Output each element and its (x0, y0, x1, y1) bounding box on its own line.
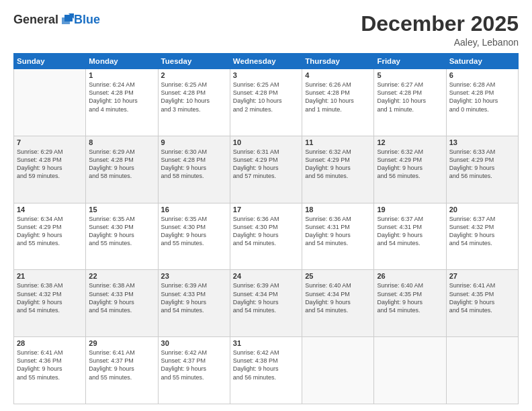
day-info: Sunrise: 6:37 AMSunset: 4:32 PMDaylight:… (449, 215, 515, 248)
calendar-cell: 30Sunrise: 6:42 AMSunset: 4:37 PMDayligh… (158, 337, 230, 404)
day-info: Sunrise: 6:31 AMSunset: 4:29 PMDaylight:… (233, 148, 299, 181)
day-number: 18 (305, 205, 371, 214)
calendar-cell: 21Sunrise: 6:38 AMSunset: 4:32 PMDayligh… (14, 270, 86, 337)
day-info: Sunrise: 6:25 AMSunset: 4:28 PMDaylight:… (233, 81, 299, 113)
day-number: 28 (17, 339, 83, 347)
day-info: Sunrise: 6:39 AMSunset: 4:33 PMDaylight:… (161, 281, 227, 314)
calendar-cell: 17Sunrise: 6:36 AMSunset: 4:30 PMDayligh… (230, 203, 302, 270)
logo-text: General Blue (13, 12, 100, 27)
calendar-cell: 7Sunrise: 6:29 AMSunset: 4:28 PMDaylight… (14, 136, 86, 203)
day-number: 31 (233, 339, 299, 347)
day-number: 10 (233, 138, 299, 146)
calendar-cell: 13Sunrise: 6:33 AMSunset: 4:29 PMDayligh… (446, 136, 518, 203)
day-info: Sunrise: 6:41 AMSunset: 4:37 PMDaylight:… (89, 349, 154, 381)
calendar-cell: 28Sunrise: 6:41 AMSunset: 4:36 PMDayligh… (14, 337, 86, 404)
day-number: 26 (377, 272, 443, 280)
day-number: 1 (89, 71, 154, 79)
day-info: Sunrise: 6:26 AMSunset: 4:28 PMDaylight:… (305, 81, 371, 113)
day-info: Sunrise: 6:40 AMSunset: 4:35 PMDaylight:… (377, 281, 443, 314)
day-info: Sunrise: 6:28 AMSunset: 4:28 PMDaylight:… (449, 81, 515, 113)
day-number: 11 (305, 138, 371, 146)
calendar-week-row: 21Sunrise: 6:38 AMSunset: 4:32 PMDayligh… (14, 270, 519, 337)
calendar-cell: 5Sunrise: 6:27 AMSunset: 4:28 PMDaylight… (374, 69, 446, 136)
header: General Blue December 2025 Aaley, Lebano… (13, 12, 519, 48)
col-header-friday: Friday (374, 54, 446, 69)
day-number: 17 (233, 205, 299, 214)
col-header-tuesday: Tuesday (158, 54, 230, 69)
col-header-thursday: Thursday (302, 54, 374, 69)
day-info: Sunrise: 6:34 AMSunset: 4:29 PMDaylight:… (17, 215, 83, 248)
col-header-saturday: Saturday (446, 54, 518, 69)
calendar-cell (374, 337, 446, 404)
calendar-cell: 6Sunrise: 6:28 AMSunset: 4:28 PMDaylight… (446, 69, 518, 136)
day-number: 9 (161, 138, 227, 146)
calendar-cell: 14Sunrise: 6:34 AMSunset: 4:29 PMDayligh… (14, 203, 86, 270)
calendar-cell: 27Sunrise: 6:41 AMSunset: 4:35 PMDayligh… (446, 270, 518, 337)
calendar-cell: 22Sunrise: 6:38 AMSunset: 4:33 PMDayligh… (86, 270, 158, 337)
day-info: Sunrise: 6:39 AMSunset: 4:34 PMDaylight:… (233, 281, 299, 314)
svg-marker-1 (62, 17, 70, 24)
day-number: 30 (161, 339, 227, 347)
calendar-cell: 15Sunrise: 6:35 AMSunset: 4:30 PMDayligh… (86, 203, 158, 270)
calendar-cell (302, 337, 374, 404)
day-number: 2 (161, 71, 227, 79)
calendar-header-row: SundayMondayTuesdayWednesdayThursdayFrid… (14, 54, 519, 69)
day-number: 22 (89, 272, 154, 280)
day-number: 29 (89, 339, 154, 347)
calendar-cell: 3Sunrise: 6:25 AMSunset: 4:28 PMDaylight… (230, 69, 302, 136)
location: Aaley, Lebanon (361, 37, 519, 48)
day-info: Sunrise: 6:24 AMSunset: 4:28 PMDaylight:… (89, 81, 154, 113)
day-number: 7 (17, 138, 83, 146)
calendar-cell: 8Sunrise: 6:29 AMSunset: 4:28 PMDaylight… (86, 136, 158, 203)
day-info: Sunrise: 6:27 AMSunset: 4:28 PMDaylight:… (377, 81, 443, 113)
logo-blue-text: Blue (74, 13, 100, 26)
calendar-cell: 20Sunrise: 6:37 AMSunset: 4:32 PMDayligh… (446, 203, 518, 270)
day-number: 5 (377, 71, 443, 79)
day-number: 6 (449, 71, 515, 79)
calendar-week-row: 7Sunrise: 6:29 AMSunset: 4:28 PMDaylight… (14, 136, 519, 203)
day-info: Sunrise: 6:33 AMSunset: 4:29 PMDaylight:… (449, 148, 515, 181)
calendar-cell: 19Sunrise: 6:37 AMSunset: 4:31 PMDayligh… (374, 203, 446, 270)
calendar-cell: 10Sunrise: 6:31 AMSunset: 4:29 PMDayligh… (230, 136, 302, 203)
calendar-cell: 11Sunrise: 6:32 AMSunset: 4:29 PMDayligh… (302, 136, 374, 203)
day-number: 19 (377, 205, 443, 214)
day-number: 16 (161, 205, 227, 214)
day-info: Sunrise: 6:41 AMSunset: 4:36 PMDaylight:… (17, 349, 83, 381)
calendar-cell: 9Sunrise: 6:30 AMSunset: 4:28 PMDaylight… (158, 136, 230, 203)
title-block: December 2025 Aaley, Lebanon (361, 12, 519, 48)
day-number: 27 (449, 272, 515, 280)
calendar-cell: 25Sunrise: 6:40 AMSunset: 4:34 PMDayligh… (302, 270, 374, 337)
day-info: Sunrise: 6:25 AMSunset: 4:28 PMDaylight:… (161, 81, 227, 113)
day-info: Sunrise: 6:42 AMSunset: 4:38 PMDaylight:… (233, 349, 299, 381)
day-info: Sunrise: 6:35 AMSunset: 4:30 PMDaylight:… (89, 215, 154, 248)
logo-icon (59, 12, 74, 27)
day-info: Sunrise: 6:32 AMSunset: 4:29 PMDaylight:… (305, 148, 371, 181)
calendar-cell: 23Sunrise: 6:39 AMSunset: 4:33 PMDayligh… (158, 270, 230, 337)
calendar-table: SundayMondayTuesdayWednesdayThursdayFrid… (13, 53, 519, 404)
day-info: Sunrise: 6:29 AMSunset: 4:28 PMDaylight:… (17, 148, 83, 181)
calendar-cell: 24Sunrise: 6:39 AMSunset: 4:34 PMDayligh… (230, 270, 302, 337)
calendar-week-row: 28Sunrise: 6:41 AMSunset: 4:36 PMDayligh… (14, 337, 519, 404)
day-info: Sunrise: 6:38 AMSunset: 4:33 PMDaylight:… (89, 281, 154, 314)
calendar-cell (14, 69, 86, 136)
calendar-cell: 16Sunrise: 6:35 AMSunset: 4:30 PMDayligh… (158, 203, 230, 270)
calendar-cell (446, 337, 518, 404)
calendar-cell: 26Sunrise: 6:40 AMSunset: 4:35 PMDayligh… (374, 270, 446, 337)
day-number: 24 (233, 272, 299, 280)
day-info: Sunrise: 6:29 AMSunset: 4:28 PMDaylight:… (89, 148, 154, 181)
day-info: Sunrise: 6:40 AMSunset: 4:34 PMDaylight:… (305, 281, 371, 314)
page: General Blue December 2025 Aaley, Lebano… (0, 0, 532, 411)
calendar-week-row: 14Sunrise: 6:34 AMSunset: 4:29 PMDayligh… (14, 203, 519, 270)
day-info: Sunrise: 6:37 AMSunset: 4:31 PMDaylight:… (377, 215, 443, 248)
day-info: Sunrise: 6:32 AMSunset: 4:29 PMDaylight:… (377, 148, 443, 181)
month-title: December 2025 (361, 12, 519, 36)
calendar-cell: 31Sunrise: 6:42 AMSunset: 4:38 PMDayligh… (230, 337, 302, 404)
logo: General Blue (13, 12, 100, 27)
col-header-monday: Monday (86, 54, 158, 69)
day-info: Sunrise: 6:30 AMSunset: 4:28 PMDaylight:… (161, 148, 227, 181)
day-info: Sunrise: 6:38 AMSunset: 4:32 PMDaylight:… (17, 281, 83, 314)
calendar-cell: 1Sunrise: 6:24 AMSunset: 4:28 PMDaylight… (86, 69, 158, 136)
day-number: 12 (377, 138, 443, 146)
day-number: 14 (17, 205, 83, 214)
day-info: Sunrise: 6:41 AMSunset: 4:35 PMDaylight:… (449, 281, 515, 314)
